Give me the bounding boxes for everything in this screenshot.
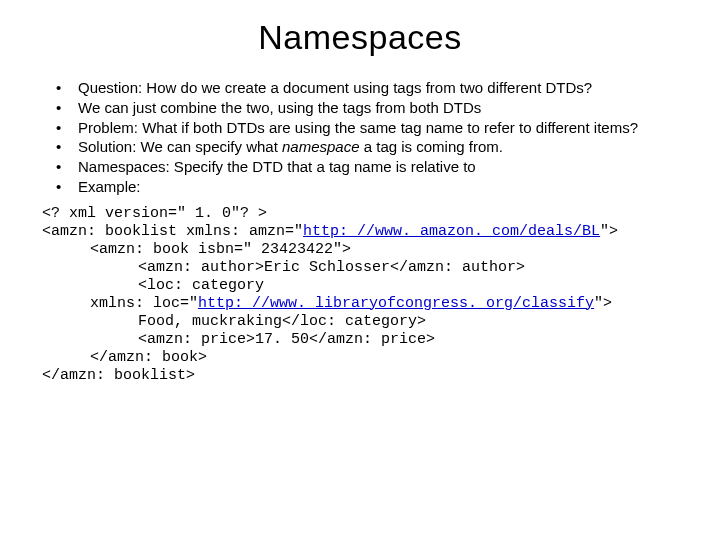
code-line: xmlns: loc="http: //www. libraryofcongre… <box>42 295 680 313</box>
bullet-text: Question: How do we create a document us… <box>78 79 592 96</box>
bullet-text: Problem: What if both DTDs are using the… <box>78 119 638 136</box>
code-line-part: xmlns: loc=" <box>90 295 198 312</box>
bullet-text: We can just combine the two, using the t… <box>78 99 481 116</box>
code-line-part: "> <box>600 223 618 240</box>
bullet-item: Problem: What if both DTDs are using the… <box>50 119 680 138</box>
bullet-item: We can just combine the two, using the t… <box>50 99 680 118</box>
bullet-list: Question: How do we create a document us… <box>50 79 680 197</box>
bullet-text: Namespaces: Specify the DTD that a tag n… <box>78 158 476 175</box>
code-line: <loc: category <box>42 277 680 295</box>
code-line: <amzn: price>17. 50</amzn: price> <box>42 331 680 349</box>
bullet-text-em: namespace <box>282 138 360 155</box>
bullet-text-suffix: a tag is coming from. <box>360 138 503 155</box>
code-line: </amzn: book> <box>42 349 680 367</box>
code-block: <? xml version=" 1. 0"? > <amzn: booklis… <box>42 205 680 385</box>
bullet-item: Example: <box>50 178 680 197</box>
code-line: </amzn: booklist> <box>42 367 195 384</box>
code-line-part: "> <box>594 295 612 312</box>
code-line: <amzn: author>Eric Schlosser</amzn: auth… <box>42 259 680 277</box>
bullet-item: Solution: We can specify what namespace … <box>50 138 680 157</box>
bullet-text-prefix: Solution: We can specify what <box>78 138 282 155</box>
code-line: <? xml version=" 1. 0"? > <box>42 205 267 222</box>
code-link: http: //www. libraryofcongress. org/clas… <box>198 295 594 312</box>
bullet-item: Question: How do we create a document us… <box>50 79 680 98</box>
bullet-item: Namespaces: Specify the DTD that a tag n… <box>50 158 680 177</box>
slide: Namespaces Question: How do we create a … <box>0 0 720 540</box>
code-line: <amzn: book isbn=" 23423422"> <box>42 241 680 259</box>
code-line-part: <amzn: booklist xmlns: amzn=" <box>42 223 303 240</box>
code-link: http: //www. amazon. com/deals/BL <box>303 223 600 240</box>
bullet-text: Example: <box>78 178 141 195</box>
code-line: Food, muckraking</loc: category> <box>42 313 680 331</box>
slide-title: Namespaces <box>40 18 680 57</box>
